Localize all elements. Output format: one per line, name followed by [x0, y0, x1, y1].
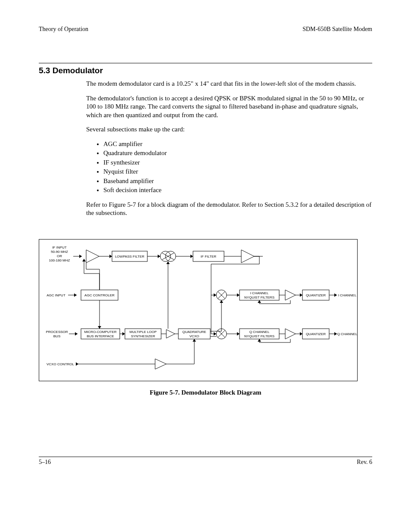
- section-body: The modem demodulator card is a 10.25" x…: [86, 80, 372, 218]
- section-rule: [39, 63, 372, 63]
- label-vcxo-ctrl: VCXO CONTROL: [47, 362, 75, 366]
- footer-left: 5–16: [39, 459, 51, 466]
- para-1: The modem demodulator card is a 10.25" x…: [86, 80, 372, 88]
- label-quantizer-i: QUANTIZER: [306, 293, 326, 297]
- label-i-nyq-2: NYQUIST FILTERS: [244, 296, 274, 299]
- footer-rule: [39, 457, 372, 457]
- label-if-filter: IF FILTER: [201, 255, 217, 258]
- label-if-input-2: 50-90 MHZ: [51, 250, 68, 254]
- label-proc-2: BUS: [53, 334, 60, 338]
- label-lowpass: LOWPASS FILTER: [115, 255, 144, 258]
- header-right: SDM-650B Satellite Modem: [302, 26, 372, 33]
- label-micro-2: BUS INTERFACE: [87, 334, 114, 338]
- label-q-nyq-1: Q CHANNEL: [249, 330, 270, 334]
- figure-caption: Figure 5-7. Demodulator Block Diagram: [39, 389, 372, 396]
- label-agc-controler: AGC CONTROLER: [84, 293, 115, 297]
- page-footer: 5–16 Rev. 6: [39, 457, 372, 466]
- page-header: Theory of Operation SDM-650B Satellite M…: [39, 26, 372, 33]
- bullet-item: IF synthesizer: [103, 159, 372, 167]
- para-4: Refer to Figure 5-7 for a block diagram …: [86, 201, 372, 218]
- label-q-nyq-2: NYQUIST FILTERS: [244, 334, 274, 338]
- label-q-out: Q CHANNEL: [337, 332, 358, 336]
- label-micro-1: MICRO-COMPUTER: [84, 330, 116, 334]
- bullet-item: Quadrature demodulator: [103, 149, 372, 158]
- para-2: The demodulator's function is to accept …: [86, 94, 372, 120]
- footer-right: Rev. 6: [357, 459, 372, 466]
- label-i-nyq-1: I CHANNEL: [250, 291, 269, 295]
- header-left: Theory of Operation: [39, 26, 88, 33]
- bullet-item: Soft decision interface: [103, 186, 372, 195]
- label-quad-2: VCXO: [190, 334, 199, 338]
- label-quantizer-q: QUANTIZER: [306, 332, 326, 336]
- label-i-out: I CHANNEL: [338, 293, 357, 297]
- label-agc-input: AGC INPUT: [47, 293, 65, 297]
- section-heading: 5.3 Demodulator: [39, 66, 372, 75]
- bullet-item: Nyquist filter: [103, 168, 372, 176]
- bullet-item: AGC amplifier: [103, 140, 372, 149]
- para-3: Several subsections make up the card:: [86, 125, 372, 134]
- label-quad-1: QUADRATURE: [182, 330, 206, 334]
- label-mloop-2: SYNTHESIZER: [131, 334, 155, 338]
- label-proc-1: PROCESSOR: [46, 330, 68, 334]
- label-if-input-4: 100-180 MHZ: [49, 258, 70, 262]
- label-mloop-1: MULTIPLE LOOP: [130, 330, 157, 334]
- figure-5-7: IF INPUT 50-90 MHZ OR 100-180 MHZ LOWPAS…: [39, 239, 372, 396]
- label-if-input-3: OR: [57, 254, 62, 258]
- bullet-item: Baseband amplifier: [103, 177, 372, 186]
- label-if-input-1: IF INPUT: [52, 246, 66, 249]
- block-diagram-svg: IF INPUT 50-90 MHZ OR 100-180 MHZ LOWPAS…: [39, 239, 358, 381]
- bullet-list: AGC amplifier Quadrature demodulator IF …: [103, 140, 372, 195]
